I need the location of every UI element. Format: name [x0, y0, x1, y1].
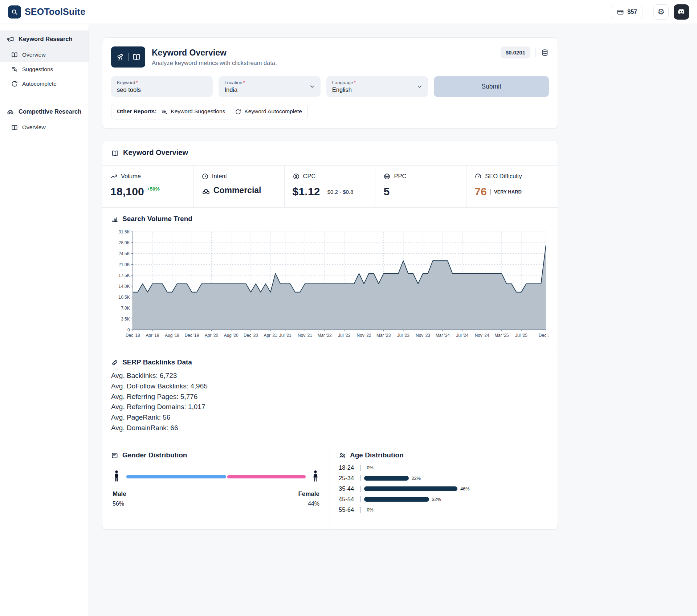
divider	[360, 496, 360, 502]
age-row: 18-24 0%	[339, 464, 549, 471]
page-subtitle: Analyze keyword metrics with clickstream…	[152, 60, 277, 66]
intent-value: Commercial	[201, 185, 261, 195]
brand-primary: SEO	[25, 7, 44, 17]
other-reports: Other Reports: Keyword Suggestions Keywo…	[111, 104, 308, 119]
keyword-input[interactable]	[117, 86, 207, 93]
gender-bar	[126, 475, 306, 478]
svg-text:Nov '21: Nov '21	[298, 333, 312, 338]
backlinks-title: SERP Backlinks Data	[122, 358, 192, 366]
brand-name: SEOToolSuite	[25, 7, 85, 17]
book-open-icon	[11, 51, 18, 58]
sidebar-section-label: Competitive Research	[19, 108, 81, 115]
chevron-down-icon	[416, 83, 423, 90]
metric-seo-difficulty: SEO Difficulty 76 VERY HARD	[466, 166, 558, 208]
backlinks-line: Avg. PageRank: 56	[111, 412, 549, 423]
female-icon	[311, 470, 319, 483]
sidebar-divider	[0, 97, 89, 97]
chevron-down-icon	[309, 83, 315, 90]
keyword-overview-card: Keyword Overview Volume 18,100 +50%	[102, 140, 558, 530]
volume-value: 18,100	[110, 185, 144, 198]
svg-text:Apr '20: Apr '20	[205, 333, 219, 338]
credits-button[interactable]	[541, 49, 549, 57]
svg-text:14.0K: 14.0K	[119, 284, 130, 289]
sidebar-section-keyword-research[interactable]: Keyword Research	[0, 30, 89, 48]
link-keyword-suggestions[interactable]: Keyword Suggestions	[161, 108, 225, 115]
cpc-range: $0.2 - $0.8	[324, 189, 354, 195]
divider	[230, 108, 230, 115]
distributions-row: Gender Distribution	[102, 443, 558, 529]
age-rows: 18-24 0% 25-34 22% 35-44	[339, 464, 549, 513]
location-select[interactable]: Location* India	[219, 76, 320, 97]
svg-text:28.0K: 28.0K	[119, 240, 130, 245]
submit-button[interactable]: Submit	[434, 76, 549, 97]
sidebar-item-label: Overview	[22, 52, 46, 58]
gender-bar-female	[227, 475, 306, 478]
settings-button[interactable]: ⚙	[653, 4, 669, 20]
metrics-row: Volume 18,100 +50% Intent	[102, 166, 558, 208]
age-bar	[364, 497, 429, 502]
sidebar-item-label: Autocomplete	[22, 81, 57, 87]
language-select[interactable]: Language* English	[326, 76, 428, 97]
svg-text:Mar '25: Mar '25	[494, 333, 509, 338]
binoculars-icon	[7, 108, 14, 115]
search-volume-trend-chart[interactable]: 03.5K7.0K10.5K14.0K17.5K21.0K24.5K28.0K3…	[111, 227, 549, 345]
sidebar-section-competitive-research[interactable]: Competitive Research	[0, 103, 89, 120]
people-icon	[339, 451, 346, 459]
divider	[648, 7, 648, 17]
svg-text:Mar '22: Mar '22	[318, 333, 332, 338]
sidebar-item-keyword-overview[interactable]: Overview	[0, 48, 89, 62]
metric-volume: Volume 18,100 +50%	[102, 166, 193, 208]
dollar-circle-icon	[293, 173, 300, 180]
discord-button[interactable]	[674, 4, 689, 20]
svg-text:Aug '19: Aug '19	[165, 333, 179, 338]
gender-title: Gender Distribution	[122, 451, 187, 459]
wallet-icon	[617, 8, 624, 16]
main-content: Keyword Overview Analyze keyword metrics…	[89, 24, 697, 616]
difficulty-value: 76	[474, 185, 487, 198]
wallet-balance: $57	[627, 9, 637, 15]
divider	[360, 486, 360, 492]
serp-backlinks-section: SERP Backlinks Data Avg. Backlinks: 6,72…	[102, 351, 558, 443]
male-icon	[113, 470, 121, 483]
wallet-balance-button[interactable]: $57	[611, 5, 643, 19]
metric-ppc: PPC 5	[375, 166, 466, 208]
svg-text:17.5K: 17.5K	[119, 273, 130, 278]
metric-cpc: CPC $1.12 $0.2 - $0.8	[285, 166, 376, 208]
male-label: Male	[113, 490, 126, 498]
sidebar-item-competitive-overview[interactable]: Overview	[0, 120, 89, 135]
language-value: English	[332, 86, 422, 93]
backlinks-line: Avg. DoFollow Backlinks: 4,965	[111, 381, 549, 392]
topbar-actions: $57 ⚙	[611, 4, 689, 20]
results-title: Keyword Overview	[123, 148, 188, 157]
divider	[535, 48, 536, 57]
megaphone-icon	[7, 35, 14, 43]
age-row: 45-54 32%	[339, 496, 549, 503]
search-volume-trend-section: Search Volume Trend 03.5K7.0K10.5K14.0K1…	[102, 208, 558, 351]
svg-text:Nov '22: Nov '22	[357, 333, 371, 338]
tool-tile	[111, 46, 145, 68]
results-header: Keyword Overview	[102, 140, 558, 166]
svg-text:0: 0	[127, 327, 130, 333]
keyword-field[interactable]: Keyword*	[111, 76, 213, 97]
keyword-label: Keyword*	[117, 80, 207, 85]
svg-text:Nov '24: Nov '24	[475, 333, 489, 338]
search-icon	[8, 5, 21, 19]
svg-text:Dec '19: Dec '19	[184, 333, 199, 338]
discord-icon	[677, 8, 686, 16]
sidebar-item-suggestions[interactable]: Suggestions	[0, 62, 89, 77]
svg-text:Dec '18: Dec '18	[126, 333, 140, 338]
gauge-icon	[474, 173, 482, 180]
link-keyword-autocomplete[interactable]: Keyword Autocomplete	[235, 108, 302, 115]
svg-text:Jul '23: Jul '23	[397, 333, 409, 338]
sidebar-item-label: Overview	[22, 124, 46, 131]
other-reports-label: Other Reports:	[117, 108, 156, 115]
sidebar-item-label: Suggestions	[22, 66, 53, 73]
topbar: SEOToolSuite $57 ⚙	[0, 0, 697, 24]
svg-text:Jul '21: Jul '21	[279, 333, 292, 338]
svg-text:24.5K: 24.5K	[119, 251, 130, 256]
location-label: Location*	[224, 80, 314, 85]
age-distribution-panel: Age Distribution 18-24 0% 25-34	[330, 443, 558, 529]
target-icon	[383, 173, 391, 180]
age-bar	[364, 486, 458, 491]
sidebar-item-autocomplete[interactable]: Autocomplete	[0, 77, 89, 91]
